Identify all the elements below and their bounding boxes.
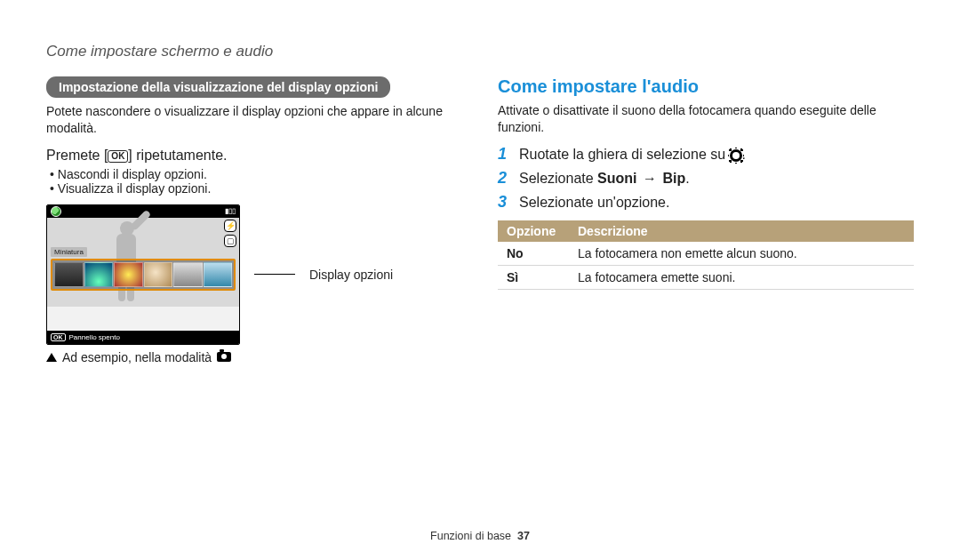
step2-suffix: .: [685, 171, 689, 186]
camera-icon: [217, 352, 231, 362]
premete-instruction: Premete [OK] ripetutamente.: [46, 148, 462, 164]
thumbnail: [173, 262, 203, 287]
step-2: 2 Selezionate Suoni → Bip.: [498, 169, 914, 188]
step2-prefix: Selezionate: [519, 171, 597, 186]
callout-line: [254, 274, 295, 275]
triangle-up-icon: [46, 353, 57, 362]
step-number: 2: [498, 169, 510, 188]
arrow-right-icon: →: [643, 171, 657, 186]
frame-icon: ▢: [224, 235, 236, 247]
premete-prefix: Premete [: [46, 148, 108, 163]
thumbnail: [84, 262, 114, 287]
step1-prefix: Ruotate la ghiera di selezione su: [519, 147, 730, 162]
audio-heading: Come impostare l'audio: [498, 76, 914, 97]
premete-suffix: ] ripetutamente.: [128, 148, 227, 163]
bullet-list: Nascondi il display opzioni. Visualizza …: [50, 167, 462, 196]
callout-label: Display opzioni: [309, 268, 393, 282]
bullet-item: Visualizza il display opzioni.: [50, 181, 462, 196]
cell-option: No: [498, 242, 569, 266]
gear-icon: [730, 149, 742, 162]
thumbnail: [54, 262, 84, 287]
section-pill: Impostazione della visualizzazione del d…: [46, 76, 390, 98]
camera-lcd-screenshot: ▮▯▯ ⚡ ▢ Miniatura: [46, 204, 240, 345]
bullet-item: Nascondi il display opzioni.: [50, 167, 462, 181]
step-number: 3: [498, 193, 510, 212]
table-row: Sì La fotocamera emette suoni.: [498, 265, 914, 289]
cell-option: Sì: [498, 265, 569, 289]
left-intro: Potete nascondere o visualizzare il disp…: [46, 103, 462, 137]
right-column: Come impostare l'audio Attivate o disatt…: [498, 76, 914, 364]
page-footer: Funzioni di base 37: [0, 530, 960, 542]
step-3: 3 Selezionate un'opzione.: [498, 193, 914, 212]
page-title: Come impostare schermo e audio: [46, 43, 914, 60]
right-intro: Attivate o disattivate il suono della fo…: [498, 102, 914, 136]
thumbnail-strip: [51, 259, 236, 291]
step2-bold-b: Bip: [662, 171, 685, 186]
lcd-bottom-bar: OK Pannello spento: [47, 331, 239, 344]
ok-chip-icon: OK: [51, 333, 66, 341]
thumbnail: [144, 262, 173, 287]
footer-page-number: 37: [517, 530, 530, 542]
miniatura-label: Miniatura: [51, 247, 87, 257]
lcd-preview-area: ⚡ ▢ Miniatura: [47, 218, 239, 307]
scene-mode-icon: [51, 206, 61, 217]
example-caption: Ad esempio, nella modalità: [46, 350, 462, 364]
flash-icon: ⚡: [224, 220, 236, 232]
footer-label: Funzioni di base: [430, 530, 511, 542]
step3-text: Selezionate un'opzione.: [519, 195, 669, 211]
cell-description: La fotocamera emette suoni.: [569, 265, 914, 289]
thumbnail: [204, 262, 233, 287]
step-1: 1 Ruotate la ghiera di selezione su .: [498, 145, 914, 164]
battery-icon: ▮▯▯: [225, 207, 236, 215]
table-header-description: Descrizione: [569, 220, 914, 242]
left-column: Impostazione della visualizzazione del d…: [46, 76, 462, 364]
cell-description: La fotocamera non emette alcun suono.: [569, 242, 914, 266]
table-row: No La fotocamera non emette alcun suono.: [498, 242, 914, 266]
table-header-option: Opzione: [498, 220, 569, 242]
caption-text: Ad esempio, nella modalità: [62, 350, 212, 364]
thumbnail: [114, 262, 143, 287]
lcd-bottom-text: Pannello spento: [69, 333, 120, 341]
step-number: 1: [498, 145, 510, 164]
step2-bold-a: Suoni: [597, 171, 636, 186]
options-table: Opzione Descrizione No La fotocamera non…: [498, 220, 914, 290]
ok-button-icon: OK: [108, 150, 128, 163]
